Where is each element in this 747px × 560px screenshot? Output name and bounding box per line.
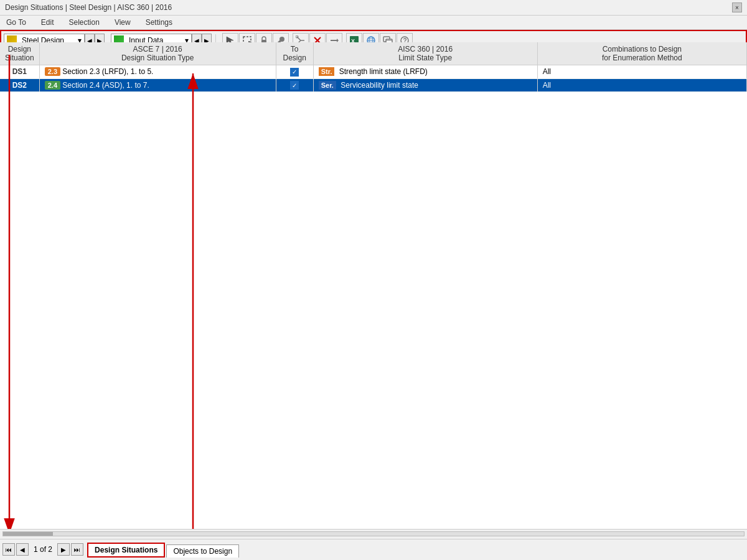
col-design-situation: Design Situation: [0, 42, 39, 65]
ds1-checkbox[interactable]: ✓: [290, 68, 299, 77]
ds1-limit-badge: Str.: [319, 67, 335, 76]
ds2-checkbox[interactable]: ✓: [290, 81, 299, 90]
ds2-desc: 2.4 Section 2.4 (ASD), 1. to 7.: [39, 78, 276, 92]
ds1-to-design[interactable]: ✓: [276, 65, 313, 79]
scroll-track[interactable]: [2, 531, 745, 536]
horizontal-scrollbar[interactable]: [0, 530, 747, 539]
ds1-description: Section 2.3 (LRFD), 1. to 5.: [62, 67, 153, 76]
menu-goto[interactable]: Go To: [2, 17, 30, 28]
bottom-nav: ⏮ ◀ 1 of 2 ▶ ⏭ Design Situations Objects…: [0, 539, 747, 560]
col-asce: ASCE 7 | 2016 Design Situation Type: [39, 42, 276, 65]
scroll-thumb[interactable]: [3, 532, 53, 536]
ds1-desc: 2.3 Section 2.3 (LRFD), 1. to 5.: [39, 65, 276, 79]
main-content: Design Situation ASCE 7 | 2016 Design Si…: [0, 42, 747, 529]
menu-edit[interactable]: Edit: [37, 17, 58, 28]
menu-view[interactable]: View: [111, 17, 134, 28]
title-bar: Design Situations | Steel Design | AISC …: [0, 0, 747, 16]
bottom-bar: ⏮ ◀ 1 of 2 ▶ ⏭ Design Situations Objects…: [0, 529, 747, 560]
prev-page-btn[interactable]: ◀: [16, 543, 29, 556]
ds2-description: Section 2.4 (ASD), 1. to 7.: [62, 81, 149, 90]
menu-settings[interactable]: Settings: [142, 17, 176, 28]
menu-bar: Go To Edit Selection View Settings: [0, 16, 747, 30]
close-button[interactable]: ×: [732, 2, 742, 12]
col-aisc: AISC 360 | 2016 Limit State Type: [313, 42, 537, 65]
table-row[interactable]: DS2 2.4 Section 2.4 (ASD), 1. to 7. ✓ Se…: [0, 78, 747, 92]
ds2-limit-badge: Ser.: [319, 81, 336, 90]
ds1-limit: Str. Strength limit state (LRFD): [313, 65, 537, 79]
window-title: Design Situations | Steel Design | AISC …: [5, 3, 172, 12]
ds2-limit: Ser. Serviceability limit state: [313, 78, 537, 92]
col-combinations: Combinations to Design for Enumeration M…: [537, 42, 746, 65]
svg-line-4: [297, 37, 301, 40]
table-header: Design Situation ASCE 7 | 2016 Design Si…: [0, 42, 747, 65]
tab-area: Design Situations Objects to Design: [87, 542, 239, 557]
ds1-combinations: All: [537, 65, 746, 79]
table-body: DS1 2.3 Section 2.3 (LRFD), 1. to 5. ✓ S…: [0, 65, 747, 92]
annotation-arrows: [0, 42, 747, 529]
ds1-badge: 2.3: [45, 67, 60, 76]
ds1-limit-text: Strength limit state (LRFD): [339, 67, 428, 76]
tab-design-situations[interactable]: Design Situations: [87, 543, 165, 558]
ds2-to-design[interactable]: ✓: [276, 78, 313, 92]
ds2-badge: 2.4: [45, 81, 60, 90]
last-page-btn[interactable]: ⏭: [71, 543, 83, 556]
ds2-id: DS2: [0, 78, 39, 92]
ds1-id: DS1: [0, 65, 39, 79]
first-page-btn[interactable]: ⏮: [2, 543, 15, 556]
col-to-design: To Design: [276, 42, 313, 65]
ds2-limit-text: Serviceability limit state: [341, 81, 418, 90]
menu-selection[interactable]: Selection: [65, 17, 103, 28]
tab-objects-to-design[interactable]: Objects to Design: [166, 544, 239, 558]
current-page: 1 of 2: [34, 545, 52, 554]
next-page-btn[interactable]: ▶: [57, 543, 70, 556]
design-situations-table: Design Situation ASCE 7 | 2016 Design Si…: [0, 42, 747, 92]
table-row[interactable]: DS1 2.3 Section 2.3 (LRFD), 1. to 5. ✓ S…: [0, 65, 747, 79]
ds2-combinations: All: [537, 78, 746, 92]
